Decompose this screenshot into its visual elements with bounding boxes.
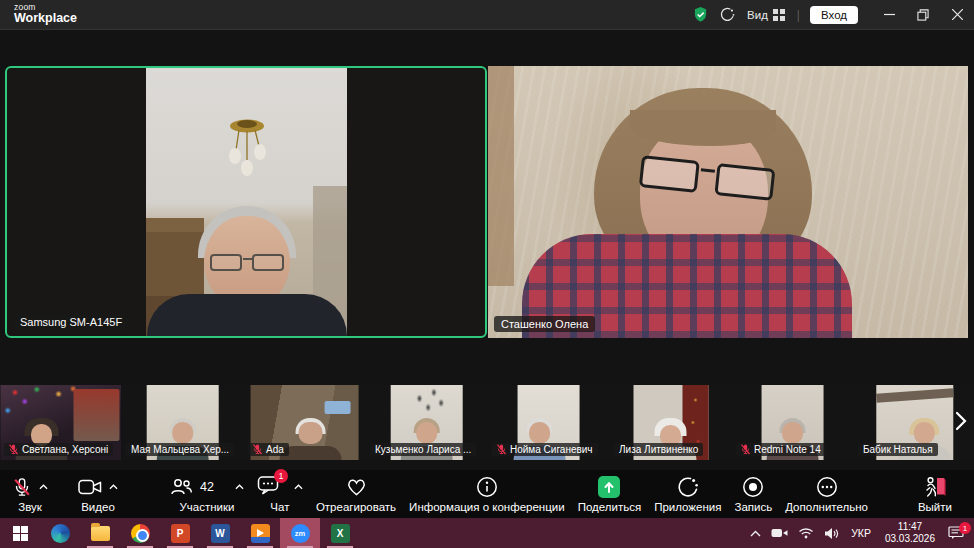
excel-icon: X — [331, 524, 350, 543]
speaker-icon[interactable] — [819, 518, 844, 548]
participants-button[interactable]: 42 Участники — [170, 476, 244, 513]
participant-thumbnail[interactable]: Нойма Сиганевич — [488, 385, 609, 460]
taskbar-chrome-button[interactable] — [120, 518, 160, 548]
filmstrip-next-chevron[interactable] — [955, 411, 967, 435]
view-button[interactable]: Вид — [739, 0, 793, 29]
participant-name-tag: Мая Мальцева Хер... — [126, 443, 234, 456]
participant-thumbnail[interactable]: Redmi Note 14 — [732, 385, 853, 460]
participants-count: 42 — [200, 480, 214, 494]
action-center-button[interactable]: 1 — [942, 518, 974, 548]
tray-date: 03.03.2026 — [885, 533, 935, 546]
taskbar-media-button[interactable] — [240, 518, 280, 548]
zoom-workplace-logo: zoom Workplace — [14, 3, 77, 25]
more-button[interactable]: Дополнительно — [785, 476, 868, 513]
participant-thumbnail[interactable]: Мая Мальцева Хер... — [122, 385, 243, 460]
audio-options-chevron[interactable] — [39, 484, 48, 490]
security-shield-icon[interactable] — [687, 0, 713, 29]
taskbar-powerpoint-button[interactable]: P — [160, 518, 200, 548]
video-stage: Samsung SM-A145F Сташенко Олена — [0, 31, 974, 470]
participant-name-tag: Сташенко Олена — [494, 316, 595, 332]
taskbar-word-button[interactable]: W — [200, 518, 240, 548]
more-label: Дополнительно — [785, 501, 868, 513]
info-icon — [476, 476, 498, 498]
titlebar: zoom Workplace Вид | Вход — [0, 0, 974, 30]
clock[interactable]: 11:47 03.03.2026 — [878, 521, 942, 546]
taskbar-explorer-button[interactable] — [80, 518, 120, 548]
video-tile-samsung[interactable]: Samsung SM-A145F — [5, 66, 487, 338]
participant-thumbnail[interactable]: Кузьменко Лариса ... — [366, 385, 487, 460]
tray-expand-chevron[interactable] — [745, 518, 766, 548]
chandelier — [212, 116, 282, 194]
audio-button[interactable]: Звук — [12, 476, 48, 513]
record-icon — [742, 476, 764, 498]
zoom-app-icon: zm — [291, 524, 310, 543]
record-button[interactable]: Запись — [734, 476, 772, 513]
close-button[interactable] — [940, 0, 974, 29]
muted-mic-icon — [497, 444, 506, 455]
video-options-chevron[interactable] — [109, 484, 118, 490]
restore-button[interactable] — [906, 0, 940, 29]
titlebar-separator: | — [793, 8, 804, 22]
participant-thumbnail[interactable]: Ada — [244, 385, 365, 460]
leave-label: Выйти — [918, 501, 952, 513]
language-indicator[interactable]: УКР — [844, 527, 878, 539]
chat-label: Чат — [270, 501, 289, 513]
video-tile-stashenko[interactable]: Сташенко Олена — [488, 66, 968, 338]
participant-name-tag: Светлана, Херсоні — [4, 443, 113, 456]
mic-muted-icon — [12, 476, 32, 498]
leave-door-icon — [923, 476, 947, 498]
participant-name-tag: Лиза Литвиненко — [614, 443, 703, 456]
logo-line-zoom: zoom — [14, 3, 77, 12]
zoom-meeting-window: zoom Workplace Вид | Вход — [0, 0, 974, 548]
notification-badge: 1 — [959, 522, 971, 534]
participants-icon — [170, 478, 193, 496]
chat-badge: 1 — [274, 469, 288, 483]
video-label: Видео — [81, 501, 115, 513]
taskbar-excel-button[interactable]: X — [320, 518, 360, 548]
ai-companion-icon[interactable] — [713, 0, 739, 29]
react-label: Отреагировать — [316, 501, 396, 513]
word-icon: W — [211, 524, 230, 543]
powerpoint-icon: P — [171, 524, 190, 543]
wifi-icon[interactable] — [793, 518, 819, 548]
start-button[interactable] — [0, 518, 40, 548]
signin-button[interactable]: Вход — [810, 6, 858, 24]
participant-name: Сташенко Олена — [501, 318, 588, 330]
minimize-button[interactable] — [872, 0, 906, 29]
apps-icon — [677, 476, 699, 498]
apps-button[interactable]: Приложения — [654, 476, 721, 513]
taskbar-zoom-button[interactable]: zm — [280, 518, 320, 548]
react-button[interactable]: Отреагировать — [316, 476, 396, 513]
chat-options-chevron[interactable] — [294, 484, 303, 490]
eyeglasses — [205, 254, 289, 272]
main-video-row: Samsung SM-A145F Сташенко Олена — [5, 66, 968, 338]
participants-options-chevron[interactable] — [235, 484, 244, 490]
participant-name-tag: Бабик Наталья — [858, 443, 938, 456]
titlebar-controls: Вид | Вход — [687, 0, 974, 29]
grid-view-icon — [773, 9, 785, 21]
more-ellipsis-icon — [816, 476, 838, 498]
heart-icon — [345, 476, 368, 497]
participants-label: Участники — [179, 501, 234, 513]
share-label: Поделиться — [578, 501, 642, 513]
taskbar-edge-button[interactable] — [40, 518, 80, 548]
share-button[interactable]: Поделиться — [578, 476, 642, 513]
muted-mic-icon — [253, 444, 262, 455]
chat-button[interactable]: 1 Чат — [257, 476, 303, 513]
webcam-in-use-icon[interactable] — [766, 518, 793, 548]
leave-button[interactable]: Выйти — [918, 476, 952, 513]
media-player-icon — [251, 524, 270, 543]
video-button[interactable]: Видео — [78, 476, 118, 513]
tray-time: 11:47 — [885, 521, 935, 534]
meeting-info-label: Информация о конференции — [409, 501, 565, 513]
muted-mic-icon — [741, 444, 750, 455]
participant-name-tag: Кузьменко Лариса ... — [370, 443, 476, 456]
system-tray: УКР 11:47 03.03.2026 1 — [745, 518, 974, 548]
edge-icon — [51, 524, 70, 543]
participant-thumbnail[interactable]: Лиза Литвиненко — [610, 385, 731, 460]
participant-thumbnail[interactable]: Светлана, Херсоні — [0, 385, 121, 460]
meeting-info-button[interactable]: Информация о конференции — [409, 476, 565, 513]
participant-name-tag: Ada — [248, 443, 289, 456]
apps-label: Приложения — [654, 501, 721, 513]
file-explorer-icon — [91, 526, 110, 541]
